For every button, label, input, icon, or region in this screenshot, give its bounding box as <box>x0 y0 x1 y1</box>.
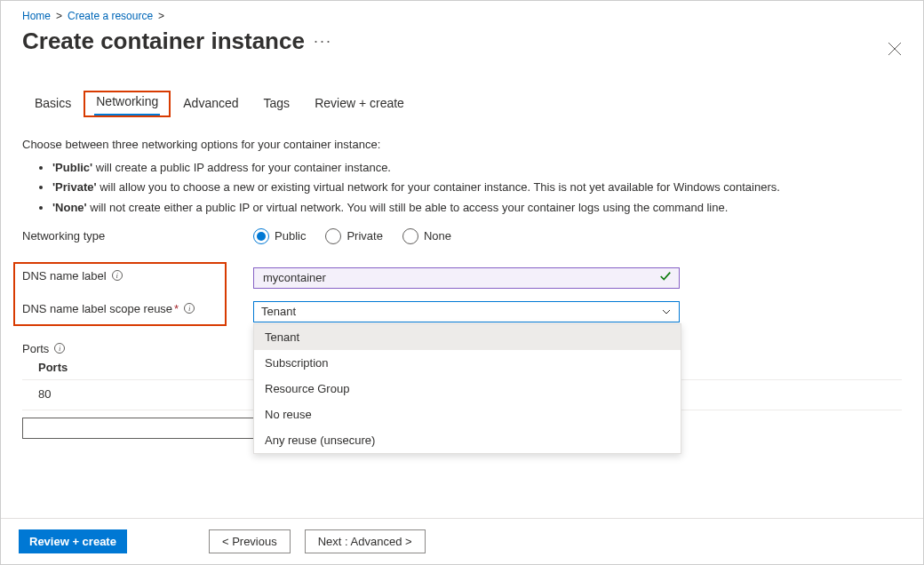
dns-name-label-label: DNS name label <box>22 269 123 282</box>
close-icon <box>888 42 902 56</box>
dns-scope-value: Tenant <box>261 305 296 318</box>
tab-basics[interactable]: Basics <box>22 91 84 117</box>
close-button[interactable] <box>888 42 904 58</box>
dropdown-option-tenant[interactable]: Tenant <box>254 324 681 350</box>
breadcrumb-sep-2: > <box>158 10 164 22</box>
radio-none-label: None <box>424 229 451 243</box>
bullet-private: 'Private' will allow you to choose a new… <box>52 179 902 195</box>
breadcrumb: Home > Create a resource > <box>22 10 902 22</box>
tabs: Basics Networking Advanced Tags Review +… <box>22 91 902 117</box>
radio-private-circle <box>325 228 341 244</box>
dropdown-option-resource-group[interactable]: Resource Group <box>254 376 681 402</box>
tab-networking[interactable]: Networking <box>84 91 171 117</box>
breadcrumb-create-resource[interactable]: Create a resource <box>68 10 153 22</box>
dns-scope-select[interactable]: Tenant Tenant Subscription Resource Grou… <box>253 301 680 322</box>
tab-advanced[interactable]: Advanced <box>171 91 251 117</box>
dropdown-option-no-reuse[interactable]: No reuse <box>254 402 681 427</box>
title-more-button[interactable]: ··· <box>314 32 332 51</box>
breadcrumb-sep: > <box>56 10 62 22</box>
chevron-down-icon <box>661 306 672 317</box>
radio-public[interactable]: Public <box>253 228 306 244</box>
intro-text: Choose between three networking options … <box>22 137 902 153</box>
review-create-button[interactable]: Review + create <box>19 529 127 553</box>
next-button[interactable]: Next : Advanced > <box>305 529 426 553</box>
dns-highlight-box: DNS name label DNS name label scope reus… <box>13 262 227 326</box>
networking-type-radios: Public Private None <box>253 228 451 244</box>
page-title: Create container instance <box>22 28 305 55</box>
tab-review[interactable]: Review + create <box>302 91 417 117</box>
info-icon[interactable] <box>54 343 65 354</box>
radio-none-circle <box>402 228 418 244</box>
dns-name-label-input-wrap[interactable] <box>253 267 680 289</box>
radio-private[interactable]: Private <box>325 228 382 244</box>
networking-description: Choose between three networking options … <box>22 137 902 216</box>
info-icon[interactable] <box>184 303 195 314</box>
required-asterisk: * <box>174 302 179 315</box>
ports-label: Ports <box>22 342 253 355</box>
radio-public-label: Public <box>275 229 306 243</box>
bullet-none: 'None' will not create either a public I… <box>52 200 902 216</box>
dns-scope-dropdown: Tenant Subscription Resource Group No re… <box>253 323 681 454</box>
breadcrumb-home[interactable]: Home <box>22 10 51 22</box>
radio-none[interactable]: None <box>402 228 451 244</box>
networking-type-label: Networking type <box>22 229 253 243</box>
radio-public-circle <box>253 228 269 244</box>
tab-tags[interactable]: Tags <box>251 91 303 117</box>
dns-scope-label: DNS name label scope reuse * <box>22 302 195 315</box>
previous-button[interactable]: < Previous <box>209 529 291 553</box>
radio-private-label: Private <box>346 229 382 243</box>
bullet-public: 'Public' will create a public IP address… <box>52 160 902 176</box>
dropdown-option-subscription[interactable]: Subscription <box>254 350 681 376</box>
footer: Review + create < Previous Next : Advanc… <box>1 518 923 564</box>
dropdown-option-any-reuse[interactable]: Any reuse (unsecure) <box>254 427 681 453</box>
check-icon <box>659 270 672 285</box>
info-icon[interactable] <box>112 270 123 281</box>
dns-name-label-input[interactable] <box>261 270 659 285</box>
